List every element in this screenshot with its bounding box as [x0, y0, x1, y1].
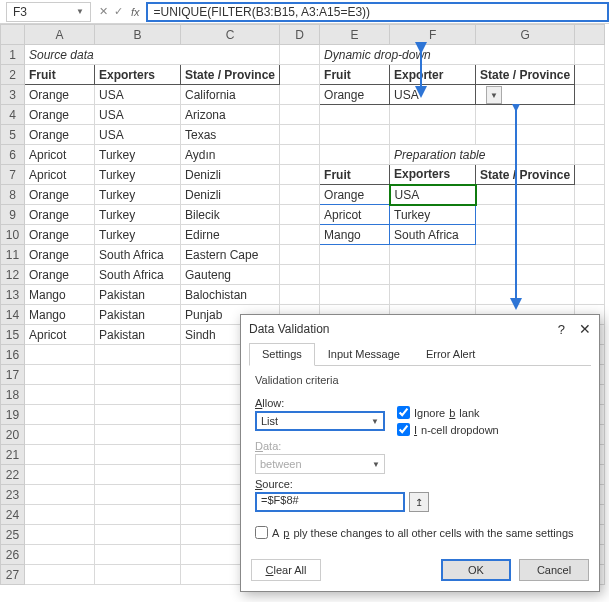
cell[interactable]: Edirne — [181, 225, 280, 245]
cell[interactable]: Denizli — [181, 185, 280, 205]
cell[interactable]: USA — [95, 125, 181, 145]
cell[interactable]: Orange — [25, 265, 95, 285]
row-header[interactable]: 15 — [1, 325, 25, 345]
source-input[interactable]: =$F$8# — [255, 492, 405, 512]
cell[interactable]: Turkey — [95, 185, 181, 205]
cell[interactable]: Gauteng — [181, 265, 280, 285]
prep-cell[interactable]: Turkey — [390, 205, 476, 225]
col-header[interactable]: F — [390, 25, 476, 45]
cell[interactable]: Pakistan — [95, 325, 181, 345]
row-header[interactable]: 20 — [1, 425, 25, 445]
cell[interactable]: Orange — [25, 225, 95, 245]
row-header[interactable]: 4 — [1, 105, 25, 125]
cell[interactable]: South Africa — [95, 245, 181, 265]
row-header[interactable]: 21 — [1, 445, 25, 465]
cell[interactable]: South Africa — [95, 265, 181, 285]
row-header[interactable]: 6 — [1, 145, 25, 165]
ignore-blank-checkbox[interactable]: Ignore blank — [397, 406, 499, 419]
cell[interactable]: Turkey — [95, 225, 181, 245]
row-header[interactable]: 2 — [1, 65, 25, 85]
dyn-exporter-cell[interactable]: USA — [390, 85, 476, 105]
dyn-fruit-cell[interactable]: Orange — [320, 85, 390, 105]
dialog-titlebar[interactable]: Data Validation ? ✕ — [241, 315, 599, 343]
allow-select[interactable]: List ▼ — [255, 411, 385, 431]
row-header[interactable]: 19 — [1, 405, 25, 425]
cell[interactable]: Pakistan — [95, 285, 181, 305]
cell[interactable]: Turkey — [95, 205, 181, 225]
name-box[interactable]: F3 ▼ — [6, 2, 91, 22]
row-header[interactable]: 13 — [1, 285, 25, 305]
cell[interactable]: USA — [95, 85, 181, 105]
row-header[interactable]: 16 — [1, 345, 25, 365]
cell[interactable]: California — [181, 85, 280, 105]
cell[interactable]: Aydın — [181, 145, 280, 165]
accept-formula-icon[interactable]: ✓ — [114, 5, 123, 18]
incell-dropdown-checkbox[interactable]: In-cell dropdown — [397, 423, 499, 436]
tab-error-alert[interactable]: Error Alert — [413, 343, 489, 365]
prep-cell[interactable]: Mango — [320, 225, 390, 245]
cell[interactable]: Eastern Cape — [181, 245, 280, 265]
prep-cell[interactable] — [476, 205, 575, 225]
row-header[interactable]: 22 — [1, 465, 25, 485]
cell[interactable]: Denizli — [181, 165, 280, 185]
prep-cell[interactable] — [476, 185, 575, 205]
row-header[interactable]: 12 — [1, 265, 25, 285]
row-header[interactable]: 26 — [1, 545, 25, 565]
row-header[interactable]: 24 — [1, 505, 25, 525]
row-header[interactable]: 11 — [1, 245, 25, 265]
col-header[interactable]: C — [181, 25, 280, 45]
cancel-button[interactable]: Cancel — [519, 559, 589, 581]
cell[interactable]: Mango — [25, 305, 95, 325]
cell[interactable]: Orange — [25, 105, 95, 125]
close-icon[interactable]: ✕ — [579, 321, 591, 337]
prep-cell-f8[interactable]: USA — [390, 185, 476, 205]
fx-icon[interactable]: fx — [131, 6, 140, 18]
row-header[interactable]: 1 — [1, 45, 25, 65]
cell[interactable]: Mango — [25, 285, 95, 305]
formula-input[interactable]: =UNIQUE(FILTER(B3:B15, A3:A15=E3)) — [146, 2, 609, 22]
row-header[interactable]: 25 — [1, 525, 25, 545]
cell[interactable]: Apricot — [25, 145, 95, 165]
col-header[interactable]: A — [25, 25, 95, 45]
help-icon[interactable]: ? — [558, 322, 565, 337]
row-header[interactable]: 7 — [1, 165, 25, 185]
cell[interactable]: Orange — [25, 245, 95, 265]
prep-cell[interactable] — [476, 225, 575, 245]
prep-cell[interactable]: South Africa — [390, 225, 476, 245]
cell[interactable]: Arizona — [181, 105, 280, 125]
row-header[interactable]: 18 — [1, 385, 25, 405]
col-header[interactable]: B — [95, 25, 181, 45]
cell[interactable]: Turkey — [95, 165, 181, 185]
cell[interactable]: Apricot — [25, 165, 95, 185]
row-header[interactable]: 9 — [1, 205, 25, 225]
row-header[interactable]: 5 — [1, 125, 25, 145]
row-header[interactable]: 17 — [1, 365, 25, 385]
row-header[interactable]: 10 — [1, 225, 25, 245]
apply-changes-checkbox[interactable]: Apply these changes to all other cells w… — [255, 526, 585, 539]
col-header[interactable]: E — [320, 25, 390, 45]
cancel-formula-icon[interactable]: ✕ — [99, 5, 108, 18]
clear-all-button[interactable]: Clear All — [251, 559, 321, 581]
row-header[interactable]: 8 — [1, 185, 25, 205]
row-header[interactable]: 14 — [1, 305, 25, 325]
cell[interactable]: Orange — [25, 85, 95, 105]
tab-settings[interactable]: Settings — [249, 343, 315, 366]
prep-cell[interactable]: Orange — [320, 185, 390, 205]
cell[interactable]: Turkey — [95, 145, 181, 165]
col-header[interactable]: D — [280, 25, 320, 45]
cell[interactable]: Orange — [25, 205, 95, 225]
prep-cell[interactable]: Apricot — [320, 205, 390, 225]
cell[interactable]: Pakistan — [95, 305, 181, 325]
row-header[interactable]: 23 — [1, 485, 25, 505]
col-header[interactable] — [575, 25, 605, 45]
cell[interactable]: Orange — [25, 185, 95, 205]
cell[interactable]: Orange — [25, 125, 95, 145]
dropdown-arrow-icon[interactable]: ▼ — [486, 86, 502, 104]
col-header[interactable]: G — [476, 25, 575, 45]
select-all[interactable] — [1, 25, 25, 45]
cell[interactable]: USA — [95, 105, 181, 125]
tab-input-message[interactable]: Input Message — [315, 343, 413, 365]
ok-button[interactable]: OK — [441, 559, 511, 581]
cell[interactable]: Texas — [181, 125, 280, 145]
row-header[interactable]: 3 — [1, 85, 25, 105]
